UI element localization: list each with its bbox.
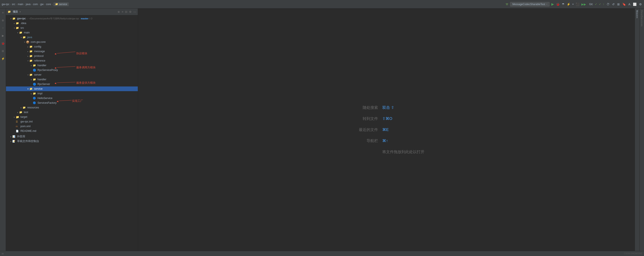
run-button[interactable]: ▶ [551, 2, 554, 6]
message-label: message [34, 50, 45, 53]
tree-item-srv-handler[interactable]: 📁 handler [6, 77, 138, 82]
tree-item-test[interactable]: 📁 test [6, 110, 138, 114]
tree-item-impl[interactable]: 📁 impl [6, 91, 138, 96]
tree-item-com-gw-core[interactable]: 📦 com.gw.core [6, 40, 138, 44]
tree-item-readme[interactable]: 📄 README.md [6, 129, 138, 133]
file-tree: 📁 gw-rpc – ~/Documents/yanAn/学习资料/Netty/… [6, 15, 138, 144]
locate-icon[interactable]: ⊕ [118, 10, 120, 14]
tree-item-rpc-proxy[interactable]: 🔵 RpcServiceProxy [6, 68, 138, 72]
protocol-label: protocol [34, 54, 44, 58]
run-configuration[interactable]: MessageCodecSharableTest ▾ [510, 2, 550, 6]
sidebar-icon-debug[interactable]: 🐞 [1, 41, 5, 46]
breadcrumb-item[interactable]: main [18, 3, 23, 6]
file-panel: 📁 项目 ▾ ⊕ ≡ ⊟ ⚙ — 📁 gw-rpc [6, 8, 138, 251]
tree-item-src[interactable]: 📁 src [6, 26, 138, 30]
tree-item-reference[interactable]: 📁 reference [6, 58, 138, 63]
iml-icon: ☰ [16, 120, 20, 123]
tree-item-ref-handler[interactable]: 📁 handler [6, 63, 138, 68]
translate-icon[interactable]: A [628, 2, 631, 6]
toolbar-center: ⚒ MessageCodecSharableTest ▾ ▶ 🐞 ☂ ⚡ ▾ ⬛… [505, 2, 586, 6]
goto-file-label: 转到文件 [348, 116, 378, 121]
impl-folder-icon: 📁 [33, 92, 37, 95]
breadcrumb-item[interactable]: gw [40, 3, 44, 6]
srv-handler-icon: 📁 [33, 78, 37, 81]
tree-root[interactable]: 📁 gw-rpc – ~/Documents/yanAn/学习资料/Netty/… [6, 16, 138, 21]
run-config-dropdown-icon[interactable]: ▾ [546, 3, 547, 5]
reference-folder-icon: 📁 [30, 59, 33, 62]
main-label: main [24, 31, 30, 34]
tree-item-iml[interactable]: ☰ gw-rpc.iml [6, 119, 138, 124]
breadcrumb-item-last[interactable]: service [54, 2, 69, 6]
bottom-right-label: CSON ©HOWSWE [624, 252, 642, 255]
ref-handler-label: handler [38, 64, 46, 67]
git-push-icon[interactable]: ↑ [603, 2, 604, 6]
tree-item-protocol[interactable]: 📁 protocol [6, 54, 138, 58]
hello-service-label: HelloService [38, 97, 52, 100]
sidebar-icon-search[interactable]: ⊕ [1, 18, 5, 22]
tree-item-pom[interactable]: m pom.xml [6, 124, 138, 129]
pom-label: pom.xml [20, 125, 30, 128]
tree-item-target[interactable]: 📁 target [6, 114, 138, 119]
tree-item-java[interactable]: 📁 java [6, 35, 138, 40]
tree-item-hello-service[interactable]: 🔵 HelloService [6, 96, 138, 100]
tree-item-scratch[interactable]: 📝 草稿文件和控制台 [6, 139, 138, 144]
sidebar-icon-structure[interactable]: ⊞ [1, 48, 5, 53]
tree-item-resources[interactable]: 📁 resources [6, 105, 138, 110]
welcome-recent: 最近的文件 ⌘E [348, 127, 389, 132]
services-factory-icon: 🔵 [33, 102, 37, 104]
server-label: server [34, 73, 42, 76]
main-folder-icon: 📁 [19, 31, 23, 34]
java-label: java [27, 36, 32, 39]
profile-button[interactable]: ⚡ [566, 2, 571, 6]
breadcrumb-item[interactable]: com [33, 3, 38, 6]
breadcrumb-item[interactable]: gw-rpc [2, 3, 9, 6]
git-check2-icon[interactable]: ✓ [599, 2, 601, 6]
welcome-navbar: 导航栏 ⌘↑ [348, 138, 388, 143]
tree-item-message[interactable]: 📁 message [6, 49, 138, 54]
tree-item-services-factory[interactable]: 🔵 ServicesFactory [6, 100, 138, 105]
tree-item-rpc-server[interactable]: 🔵 RpcServer [6, 82, 138, 86]
sidebar-icon-plugins[interactable]: ⚡ [1, 56, 5, 61]
breadcrumb-item[interactable]: src [12, 3, 15, 6]
tree-item-idea[interactable]: 📁 .idea [6, 21, 138, 26]
recent-label: 最近的文件 [348, 127, 378, 132]
server-folder-icon: 📁 [30, 73, 33, 76]
debug-button[interactable]: 🐞 [556, 2, 560, 6]
sidebar-icon-run[interactable]: ▶ [1, 33, 5, 38]
test-folder-icon: 📁 [19, 111, 23, 114]
tree-item-service[interactable]: 📁 service [6, 86, 138, 91]
stop-button[interactable]: ⬛ [575, 2, 580, 6]
coverage-button[interactable]: ☂ [561, 2, 565, 6]
gear-icon[interactable]: ⚙ [129, 10, 132, 14]
resources-label: resources [27, 106, 39, 109]
readme-label: README.md [20, 130, 36, 132]
tree-item-main[interactable]: 📁 main [6, 30, 138, 35]
bookmark-icon[interactable]: 🔖 [622, 2, 626, 6]
sidebar-icon-project[interactable]: ≡ [1, 10, 5, 15]
rest-services-strip[interactable]: RestServices [639, 8, 644, 251]
pom-icon: m [16, 125, 20, 128]
scroll-from-source-icon[interactable]: ≡ [122, 10, 123, 14]
panel-dropdown-icon[interactable]: ▾ [20, 11, 21, 13]
breadcrumb-item[interactable]: core [46, 3, 51, 6]
resume-button[interactable]: ▶▶ [581, 2, 586, 6]
maven-strip[interactable]: Maven [635, 8, 639, 251]
breadcrumb-item[interactable]: java [26, 3, 30, 6]
tree-item-server[interactable]: 📁 server [6, 72, 138, 77]
git-check-icon[interactable]: ✓ [595, 2, 597, 6]
src-folder-icon: 📁 [16, 26, 20, 30]
tree-item-config[interactable]: 📁 config [6, 44, 138, 49]
root-arrow [9, 18, 12, 20]
vcs-icon[interactable]: ⊞ [617, 2, 620, 6]
git-revert-icon[interactable]: ↺ [612, 2, 615, 6]
collapse-icon[interactable]: ⊟ [125, 10, 127, 14]
build-icon[interactable]: ⚒ [505, 2, 509, 6]
settings-icon[interactable]: ⚙ [639, 2, 642, 6]
sidebar-icon-vcs[interactable]: ⑂ [1, 26, 5, 30]
tree-item-external-libs[interactable]: 📊 外部库 [6, 134, 138, 139]
navbar-label: 导航栏 [348, 138, 378, 143]
more-run-icon[interactable]: ▾ [572, 2, 574, 6]
close-panel-icon[interactable]: — [133, 10, 136, 14]
git-history-icon[interactable]: ⏱ [606, 2, 610, 6]
maximize-icon[interactable]: ⬜ [632, 2, 637, 6]
